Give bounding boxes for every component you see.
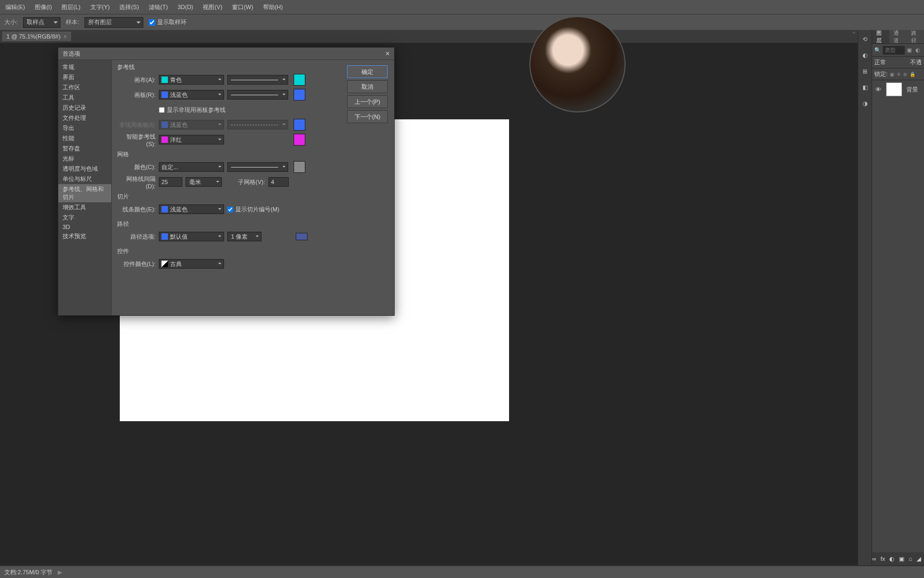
tab-layers[interactable]: 图层	[872, 30, 889, 43]
menu-help[interactable]: 帮助(H)	[263, 3, 283, 11]
menu-filter[interactable]: 滤镜(T)	[149, 3, 168, 11]
menu-view[interactable]: 视图(V)	[203, 3, 222, 11]
side-cursors[interactable]: 光标	[58, 154, 111, 164]
gridline-every-input[interactable]	[159, 177, 182, 187]
side-transparency[interactable]: 透明度与色域	[58, 164, 111, 174]
sample-dropdown[interactable]: 所有图层	[84, 17, 143, 28]
inactive-guide-swatch[interactable]	[294, 119, 305, 131]
dialog-titlebar[interactable]: 首选项 ×	[58, 48, 394, 60]
slice-numbers-checkbox[interactable]: 显示切片编号(M)	[227, 206, 280, 214]
side-scratch[interactable]: 暂存盘	[58, 143, 111, 154]
collapse-panels-icon[interactable]: ‹‹	[852, 30, 856, 35]
grid-swatch[interactable]	[294, 161, 305, 173]
menu-layer[interactable]: 图层(L)	[61, 3, 80, 11]
grid-style-dd[interactable]	[227, 162, 288, 172]
path-swatch[interactable]	[296, 233, 307, 240]
search-icon[interactable]: 🔍	[874, 47, 881, 54]
artboard-guide-swatch[interactable]	[294, 89, 305, 101]
side-plugins[interactable]: 增效工具	[58, 202, 111, 212]
lock-position-icon[interactable]: ✢	[897, 72, 901, 77]
canvas-guide-color-dd[interactable]: 青色	[159, 75, 224, 85]
document-tab[interactable]: 1 @ 75.1%(RGB/8#) ×	[2, 32, 71, 41]
close-dialog-icon[interactable]: ×	[386, 49, 390, 58]
lock-label: 锁定:	[874, 70, 888, 78]
sample-ring-checkbox[interactable]: 显示取样环	[149, 18, 187, 26]
smart-guide-color-dd[interactable]: 洋红	[159, 135, 224, 144]
side-export[interactable]: 导出	[58, 123, 111, 133]
lock-all-icon[interactable]: 🔒	[910, 72, 915, 77]
lock-pixels-icon[interactable]: ▣	[890, 72, 895, 77]
grid-color-dd[interactable]: 自定...	[159, 162, 224, 172]
subdivisions-input[interactable]	[268, 177, 289, 187]
side-guides-grid[interactable]: 参考线、网格和切片	[58, 184, 111, 202]
layer-mask-icon[interactable]: ◐	[889, 556, 895, 562]
canvas-guide-swatch[interactable]	[294, 74, 305, 86]
layer-name[interactable]: 背景	[906, 86, 918, 94]
show-inactive-checkbox[interactable]: 显示非现用画板参考线	[159, 106, 226, 114]
section-path: 路径 路径选项: 默认值 1 像素	[117, 220, 331, 242]
side-interface[interactable]: 界面	[58, 72, 111, 82]
ok-button[interactable]: 确定	[347, 65, 388, 78]
tab-channels[interactable]: 通道	[889, 29, 906, 44]
prev-button[interactable]: 上一个(P)	[347, 95, 388, 108]
gridline-unit-dd[interactable]: 毫米	[186, 177, 222, 187]
status-menu-icon[interactable]: ▶	[58, 569, 62, 576]
layer-filter-input[interactable]	[883, 46, 905, 55]
new-group-icon[interactable]: ▣	[899, 556, 904, 562]
path-options-dd[interactable]: 默认值	[159, 232, 224, 241]
inactive-guide-color-dd: 浅蓝色	[159, 120, 224, 130]
filter-toggle-icon[interactable]: ◐	[915, 47, 922, 54]
artboard-guide-style-dd[interactable]	[227, 90, 288, 100]
layer-thumbnail[interactable]	[886, 82, 902, 96]
resize-grip-icon[interactable]: ◢	[917, 556, 921, 562]
side-history[interactable]: 历史记录	[58, 103, 111, 113]
adjustments-icon[interactable]: ◧	[858, 80, 872, 94]
control-color-dd[interactable]: 古典	[159, 259, 224, 269]
side-workspace[interactable]: 工作区	[58, 82, 111, 93]
size-dropdown[interactable]: 取样点	[23, 17, 60, 28]
side-type[interactable]: 文字	[58, 212, 111, 223]
menu-edit[interactable]: 编辑(E)	[5, 3, 25, 11]
menu-image[interactable]: 图像(I)	[35, 3, 52, 11]
preferences-dialog: 首选项 × 常规 界面 工作区 工具 历史记录 文件处理 导出 性能 暂存盘 光…	[58, 47, 395, 316]
cancel-button[interactable]: 取消	[347, 80, 388, 93]
visibility-icon[interactable]: 👁	[875, 86, 882, 93]
properties-icon[interactable]: ◑	[858, 96, 872, 110]
canvas-guide-style-dd[interactable]	[227, 75, 288, 85]
menu-window[interactable]: 窗口(W)	[232, 3, 253, 11]
layer-row[interactable]: 👁 背景	[872, 80, 924, 98]
side-performance[interactable]: 性能	[58, 133, 111, 143]
menu-3d[interactable]: 3D(D)	[178, 4, 193, 10]
tab-paths[interactable]: 路径	[907, 29, 924, 44]
blend-row: 正常 不透	[872, 57, 924, 69]
swatches-icon[interactable]: ⊞	[858, 64, 872, 78]
lock-artboard-icon[interactable]: ⊕	[903, 72, 907, 77]
color-icon[interactable]: ◐	[858, 48, 872, 62]
history-icon[interactable]: ⟲	[858, 32, 872, 46]
artboard-guide-color-dd[interactable]: 浅蓝色	[159, 90, 224, 100]
side-3d[interactable]: 3D	[58, 223, 111, 231]
layer-fx-icon[interactable]: fx	[881, 556, 886, 562]
inactive-guide-label: 非现用画板(I):	[117, 121, 156, 129]
side-general[interactable]: 常规	[58, 62, 111, 72]
filter-thumb-icon[interactable]: ▣	[907, 47, 913, 54]
smart-guide-swatch[interactable]	[294, 134, 305, 146]
slice-color-dd[interactable]: 浅蓝色	[159, 204, 224, 214]
path-options-label: 路径选项:	[117, 233, 156, 241]
side-tools[interactable]: 工具	[58, 93, 111, 103]
status-bar: 文档:2.75M/0 字节 ▶	[0, 566, 924, 578]
close-tab-icon[interactable]: ×	[64, 34, 67, 40]
side-units[interactable]: 单位与标尺	[58, 174, 111, 184]
next-button[interactable]: 下一个(N)	[347, 110, 388, 123]
side-tech[interactable]: 技术预览	[58, 231, 111, 241]
doc-size[interactable]: 文档:2.75M/0 字节	[4, 568, 52, 576]
side-filehandling[interactable]: 文件处理	[58, 113, 111, 123]
path-thickness-dd[interactable]: 1 像素	[227, 232, 261, 241]
menu-type[interactable]: 文字(Y)	[90, 3, 110, 11]
artboard-guide-label: 画板(R):	[117, 91, 156, 99]
link-layers-icon[interactable]: ∞	[872, 556, 876, 562]
menu-select[interactable]: 选择(S)	[119, 3, 139, 11]
blend-mode-dropdown[interactable]: 正常	[874, 58, 886, 66]
delete-layer-icon[interactable]: ⌂	[908, 556, 912, 562]
control-color-label: 控件颜色(L):	[117, 260, 156, 268]
